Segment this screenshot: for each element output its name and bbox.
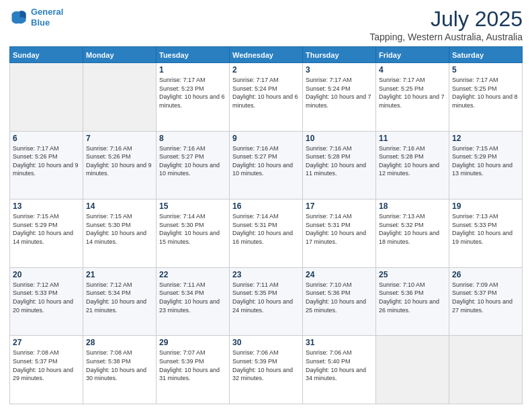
calendar-cell: 7Sunrise: 7:16 AMSunset: 5:26 PMDaylight… (83, 131, 157, 199)
week-row-5: 27Sunrise: 7:08 AMSunset: 5:37 PMDayligh… (10, 336, 523, 404)
day-number: 30 (232, 338, 300, 347)
calendar-cell: 10Sunrise: 7:16 AMSunset: 5:28 PMDayligh… (303, 131, 376, 199)
col-header-saturday: Saturday (449, 47, 523, 63)
calendar-cell: 8Sunrise: 7:16 AMSunset: 5:27 PMDaylight… (157, 131, 230, 199)
week-row-1: 1Sunrise: 7:17 AMSunset: 5:23 PMDaylight… (10, 63, 523, 132)
day-number: 18 (379, 201, 446, 211)
day-number: 5 (452, 65, 519, 75)
day-number: 25 (379, 270, 446, 279)
week-row-3: 13Sunrise: 7:15 AMSunset: 5:29 PMDayligh… (10, 199, 523, 268)
cell-content: Sunrise: 7:12 AMSunset: 5:33 PMDaylight:… (13, 281, 80, 314)
calendar-cell: 19Sunrise: 7:13 AMSunset: 5:33 PMDayligh… (449, 199, 523, 268)
calendar-cell: 22Sunrise: 7:11 AMSunset: 5:34 PMDayligh… (157, 267, 230, 336)
cell-content: Sunrise: 7:17 AMSunset: 5:24 PMDaylight:… (306, 76, 373, 109)
day-number: 26 (452, 270, 519, 279)
day-number: 28 (86, 338, 153, 347)
cell-content: Sunrise: 7:06 AMSunset: 5:39 PMDaylight:… (232, 349, 300, 382)
day-number: 2 (232, 65, 300, 75)
day-number: 12 (452, 134, 519, 143)
cell-content: Sunrise: 7:15 AMSunset: 5:29 PMDaylight:… (13, 212, 80, 246)
cell-content: Sunrise: 7:06 AMSunset: 5:40 PMDaylight:… (306, 349, 373, 382)
day-number: 4 (379, 65, 446, 75)
cell-content: Sunrise: 7:17 AMSunset: 5:24 PMDaylight:… (232, 76, 300, 109)
calendar-cell: 18Sunrise: 7:13 AMSunset: 5:32 PMDayligh… (376, 199, 449, 268)
calendar-cell: 4Sunrise: 7:17 AMSunset: 5:25 PMDaylight… (376, 63, 449, 132)
cell-content: Sunrise: 7:17 AMSunset: 5:25 PMDaylight:… (452, 76, 519, 109)
calendar-cell: 6Sunrise: 7:17 AMSunset: 5:26 PMDaylight… (10, 131, 83, 199)
day-number: 13 (13, 201, 80, 211)
calendar-cell (10, 63, 83, 132)
cell-content: Sunrise: 7:14 AMSunset: 5:31 PMDaylight:… (232, 212, 300, 246)
day-number: 10 (306, 134, 373, 143)
day-number: 31 (306, 338, 373, 347)
day-number: 6 (13, 134, 80, 143)
cell-content: Sunrise: 7:09 AMSunset: 5:37 PMDaylight:… (452, 281, 519, 314)
day-number: 22 (159, 270, 226, 279)
day-number: 21 (86, 270, 153, 279)
calendar-cell: 27Sunrise: 7:08 AMSunset: 5:37 PMDayligh… (10, 336, 83, 404)
calendar-cell: 25Sunrise: 7:10 AMSunset: 5:36 PMDayligh… (376, 267, 449, 336)
calendar-cell: 16Sunrise: 7:14 AMSunset: 5:31 PMDayligh… (230, 199, 303, 268)
calendar-cell: 11Sunrise: 7:16 AMSunset: 5:28 PMDayligh… (376, 131, 449, 199)
col-header-monday: Monday (83, 47, 157, 63)
calendar-cell: 3Sunrise: 7:17 AMSunset: 5:24 PMDaylight… (303, 63, 376, 132)
cell-content: Sunrise: 7:16 AMSunset: 5:27 PMDaylight:… (159, 144, 226, 178)
calendar-table: SundayMondayTuesdayWednesdayThursdayFrid… (9, 46, 523, 404)
logo-icon (9, 8, 28, 27)
calendar-cell: 14Sunrise: 7:15 AMSunset: 5:30 PMDayligh… (83, 199, 157, 268)
title-block: July 2025 Tapping, Western Australia, Au… (369, 7, 523, 42)
cell-content: Sunrise: 7:14 AMSunset: 5:30 PMDaylight:… (159, 212, 226, 246)
calendar-cell: 15Sunrise: 7:14 AMSunset: 5:30 PMDayligh… (157, 199, 230, 268)
col-header-sunday: Sunday (10, 47, 83, 63)
week-row-2: 6Sunrise: 7:17 AMSunset: 5:26 PMDaylight… (10, 131, 523, 199)
cell-content: Sunrise: 7:07 AMSunset: 5:39 PMDaylight:… (159, 349, 226, 382)
cell-content: Sunrise: 7:08 AMSunset: 5:38 PMDaylight:… (86, 349, 153, 382)
day-number: 15 (159, 201, 226, 211)
calendar-cell: 13Sunrise: 7:15 AMSunset: 5:29 PMDayligh… (10, 199, 83, 268)
calendar-cell: 9Sunrise: 7:16 AMSunset: 5:27 PMDaylight… (230, 131, 303, 199)
calendar-cell (376, 336, 449, 404)
day-number: 24 (306, 270, 373, 279)
calendar-cell: 2Sunrise: 7:17 AMSunset: 5:24 PMDaylight… (230, 63, 303, 132)
calendar-cell: 29Sunrise: 7:07 AMSunset: 5:39 PMDayligh… (157, 336, 230, 404)
cell-content: Sunrise: 7:10 AMSunset: 5:36 PMDaylight:… (306, 281, 373, 314)
calendar-cell: 5Sunrise: 7:17 AMSunset: 5:25 PMDaylight… (449, 63, 523, 132)
logo-line2: Blue (31, 17, 50, 28)
day-number: 16 (232, 201, 300, 211)
day-number: 1 (159, 65, 226, 75)
week-row-4: 20Sunrise: 7:12 AMSunset: 5:33 PMDayligh… (10, 267, 523, 336)
calendar-cell: 17Sunrise: 7:14 AMSunset: 5:31 PMDayligh… (303, 199, 376, 268)
logo: General Blue (9, 7, 63, 28)
logo-text: General Blue (31, 7, 63, 28)
cell-content: Sunrise: 7:12 AMSunset: 5:34 PMDaylight:… (86, 281, 153, 314)
calendar-cell: 1Sunrise: 7:17 AMSunset: 5:23 PMDaylight… (157, 63, 230, 132)
subtitle: Tapping, Western Australia, Australia (369, 32, 523, 42)
cell-content: Sunrise: 7:17 AMSunset: 5:23 PMDaylight:… (159, 76, 226, 109)
calendar-cell: 21Sunrise: 7:12 AMSunset: 5:34 PMDayligh… (83, 267, 157, 336)
cell-content: Sunrise: 7:16 AMSunset: 5:28 PMDaylight:… (306, 144, 373, 178)
header: General Blue July 2025 Tapping, Western … (9, 7, 523, 42)
cell-content: Sunrise: 7:14 AMSunset: 5:31 PMDaylight:… (306, 212, 373, 246)
cell-content: Sunrise: 7:11 AMSunset: 5:34 PMDaylight:… (159, 281, 226, 314)
calendar-cell: 20Sunrise: 7:12 AMSunset: 5:33 PMDayligh… (10, 267, 83, 336)
calendar-cell (83, 63, 157, 132)
calendar-cell: 24Sunrise: 7:10 AMSunset: 5:36 PMDayligh… (303, 267, 376, 336)
cell-content: Sunrise: 7:16 AMSunset: 5:28 PMDaylight:… (379, 144, 446, 178)
calendar-cell: 26Sunrise: 7:09 AMSunset: 5:37 PMDayligh… (449, 267, 523, 336)
day-number: 23 (232, 270, 300, 279)
day-number: 19 (452, 201, 519, 211)
col-header-thursday: Thursday (303, 47, 376, 63)
cell-content: Sunrise: 7:13 AMSunset: 5:33 PMDaylight:… (452, 212, 519, 246)
day-number: 27 (13, 338, 80, 347)
cell-content: Sunrise: 7:17 AMSunset: 5:26 PMDaylight:… (13, 144, 80, 178)
day-number: 11 (379, 134, 446, 143)
cell-content: Sunrise: 7:16 AMSunset: 5:26 PMDaylight:… (86, 144, 153, 178)
col-header-tuesday: Tuesday (157, 47, 230, 63)
day-number: 7 (86, 134, 153, 143)
day-number: 3 (306, 65, 373, 75)
cell-content: Sunrise: 7:13 AMSunset: 5:32 PMDaylight:… (379, 212, 446, 246)
cell-content: Sunrise: 7:10 AMSunset: 5:36 PMDaylight:… (379, 281, 446, 314)
calendar-cell: 30Sunrise: 7:06 AMSunset: 5:39 PMDayligh… (230, 336, 303, 404)
calendar-cell: 31Sunrise: 7:06 AMSunset: 5:40 PMDayligh… (303, 336, 376, 404)
day-number: 20 (13, 270, 80, 279)
